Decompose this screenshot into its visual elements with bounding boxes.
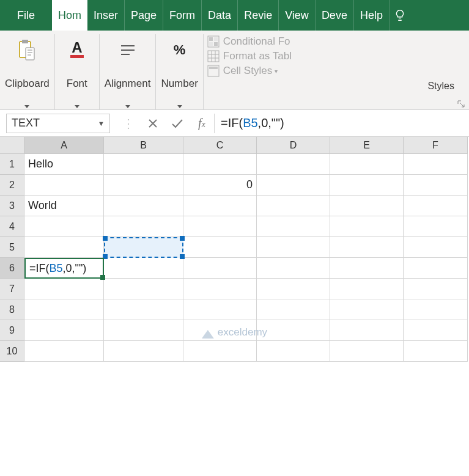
cell-A6[interactable]: =IF(B5,0,"")	[24, 258, 104, 279]
cell-B3[interactable]	[104, 196, 183, 216]
name-box[interactable]: TEXT ▼	[6, 114, 110, 133]
row-header-7[interactable]: 7	[0, 279, 24, 299]
cell-E1[interactable]	[330, 154, 404, 175]
cell-A3[interactable]: World	[24, 196, 104, 216]
chevron-down-icon[interactable]	[125, 105, 130, 108]
row-header-5[interactable]: 5	[0, 237, 24, 258]
fill-handle[interactable]	[100, 275, 105, 280]
row-header-8[interactable]: 8	[0, 299, 24, 320]
row-header-4[interactable]: 4	[0, 216, 24, 237]
cell-E2[interactable]	[330, 175, 404, 196]
cell-F7[interactable]	[404, 279, 468, 299]
cell-A4[interactable]	[24, 216, 104, 237]
cell-B7[interactable]	[104, 279, 183, 299]
cancel-formula-button[interactable]	[141, 110, 165, 137]
cell-E8[interactable]	[330, 299, 404, 320]
tab-file[interactable]: File	[0, 0, 52, 31]
cell-A5[interactable]	[24, 237, 104, 258]
conditional-formatting-button[interactable]: Conditional Fo	[204, 34, 469, 49]
cell-E3[interactable]	[330, 196, 404, 216]
tab-help[interactable]: Help	[354, 0, 389, 31]
tab-formulas[interactable]: Form	[163, 0, 201, 31]
dialog-launcher-icon[interactable]	[457, 100, 465, 108]
select-all-corner[interactable]	[0, 137, 24, 154]
percent-icon[interactable]: %	[163, 37, 197, 64]
insert-function-button[interactable]: fx	[190, 110, 214, 137]
cell-A1[interactable]: Hello	[24, 154, 104, 175]
chevron-down-icon[interactable]: ▼	[98, 120, 105, 127]
row-header-3[interactable]: 3	[0, 196, 24, 216]
format-as-table-button[interactable]: Format as Tabl	[204, 49, 469, 64]
column-header-F[interactable]: F	[404, 137, 468, 154]
chevron-down-icon[interactable]	[75, 105, 79, 108]
cell-D5[interactable]	[257, 237, 330, 258]
chevron-down-icon[interactable]	[177, 105, 182, 108]
cell-C6[interactable]	[183, 258, 257, 279]
cell-F8[interactable]	[404, 299, 468, 320]
alignment-icon[interactable]	[111, 37, 145, 64]
cell-D9[interactable]	[257, 320, 330, 341]
cell-C4[interactable]	[183, 216, 257, 237]
cell-A7[interactable]	[24, 279, 104, 299]
cell-D8[interactable]	[257, 299, 330, 320]
tab-page-layout[interactable]: Page	[125, 0, 163, 31]
cell-D10[interactable]	[257, 341, 330, 362]
row-header-1[interactable]: 1	[0, 154, 24, 175]
cell-D7[interactable]	[257, 279, 330, 299]
cell-D1[interactable]	[257, 154, 330, 175]
tell-me-icon[interactable]	[390, 0, 413, 31]
cell-C3[interactable]	[183, 196, 257, 216]
cell-C10[interactable]	[183, 341, 257, 362]
cell-B8[interactable]	[104, 299, 183, 320]
column-header-E[interactable]: E	[330, 137, 404, 154]
tab-home[interactable]: Hom	[52, 0, 87, 31]
cell-C8[interactable]	[183, 299, 257, 320]
tab-data[interactable]: Data	[202, 0, 237, 31]
cell-C9[interactable]	[183, 320, 257, 341]
row-header-10[interactable]: 10	[0, 341, 24, 362]
cell-B9[interactable]	[104, 320, 183, 341]
tab-view[interactable]: View	[279, 0, 315, 31]
cell-B2[interactable]	[104, 175, 183, 196]
cell-E6[interactable]	[330, 258, 404, 279]
cell-D6[interactable]	[257, 258, 330, 279]
cell-C5[interactable]	[183, 237, 257, 258]
column-header-C[interactable]: C	[183, 137, 257, 154]
cell-C7[interactable]	[183, 279, 257, 299]
cell-E5[interactable]	[330, 237, 404, 258]
cell-E9[interactable]	[330, 320, 404, 341]
cell-D4[interactable]	[257, 216, 330, 237]
cell-F10[interactable]	[404, 341, 468, 362]
chevron-down-icon[interactable]	[24, 105, 29, 108]
tab-developer[interactable]: Deve	[316, 0, 353, 31]
cell-F5[interactable]	[404, 237, 468, 258]
cell-C2[interactable]: 0	[183, 175, 257, 196]
cell-A2[interactable]	[24, 175, 104, 196]
cell-D2[interactable]	[257, 175, 330, 196]
tab-insert[interactable]: Inser	[87, 0, 124, 31]
enter-formula-button[interactable]	[165, 110, 190, 137]
cell-styles-button[interactable]: Cell Styles ▾	[204, 64, 469, 78]
cell-F1[interactable]	[404, 154, 468, 175]
column-header-B[interactable]: B	[104, 137, 183, 154]
cell-F6[interactable]	[404, 258, 468, 279]
cell-D3[interactable]	[257, 196, 330, 216]
cell-F3[interactable]	[404, 196, 468, 216]
paste-icon[interactable]	[10, 37, 44, 64]
cell-E4[interactable]	[330, 216, 404, 237]
cell-B4[interactable]	[104, 216, 183, 237]
cell-B6[interactable]	[104, 258, 183, 279]
cell-A10[interactable]	[24, 341, 104, 362]
cell-F4[interactable]	[404, 216, 468, 237]
font-icon[interactable]: A	[60, 37, 94, 64]
cell-F9[interactable]	[404, 320, 468, 341]
cell-B10[interactable]	[104, 341, 183, 362]
cell-E10[interactable]	[330, 341, 404, 362]
cell-A8[interactable]	[24, 299, 104, 320]
cell-B1[interactable]	[104, 154, 183, 175]
cell-E7[interactable]	[330, 279, 404, 299]
row-header-9[interactable]: 9	[0, 320, 24, 341]
row-header-2[interactable]: 2	[0, 175, 24, 196]
tab-review[interactable]: Revie	[238, 0, 278, 31]
cell-C1[interactable]	[183, 154, 257, 175]
